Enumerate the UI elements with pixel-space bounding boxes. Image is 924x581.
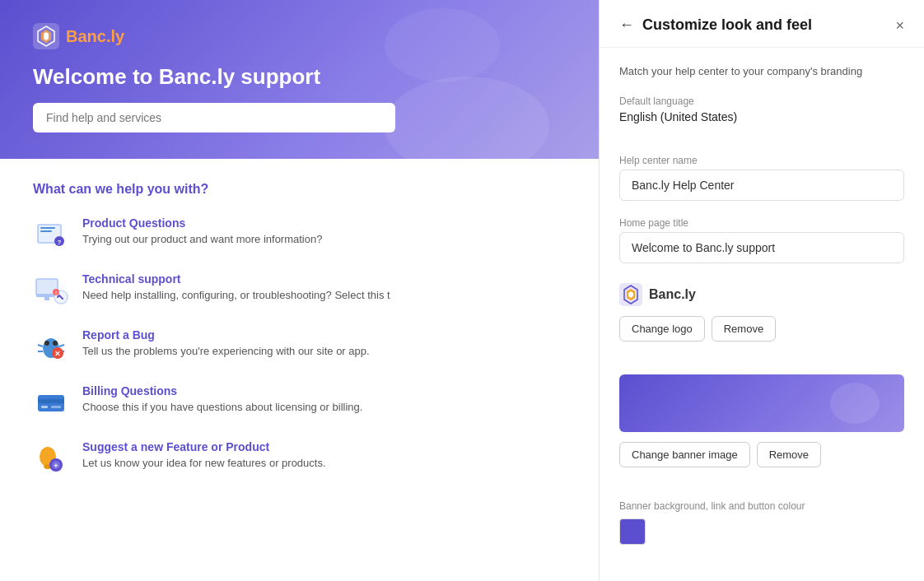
right-panel-title: Customize look and feel <box>642 16 812 34</box>
svg-line-19 <box>59 345 64 346</box>
billing-questions-content: Billing Questions Choose this if you hav… <box>82 384 362 415</box>
change-banner-button[interactable]: Change banner image <box>619 442 750 467</box>
colour-swatch[interactable] <box>619 518 646 545</box>
default-language-label: Default language <box>619 95 904 107</box>
svg-text:!: ! <box>55 290 57 295</box>
product-questions-desc: Trying out our product and want more inf… <box>82 232 322 247</box>
technical-support-icon: ! <box>33 272 69 309</box>
product-questions-title: Product Questions <box>82 216 322 230</box>
technical-support-title: Technical support <box>82 272 390 286</box>
subtitle-text: Match your help center to your company's… <box>619 64 904 79</box>
main-content: What can we help you with? ? Product Que… <box>0 159 599 500</box>
suggest-feature-icon: + <box>33 440 69 476</box>
report-bug-desc: Tell us the problems you're experiencing… <box>82 344 370 359</box>
right-panel-back-group: ← Customize look and feel <box>619 16 812 34</box>
change-logo-button[interactable]: Change logo <box>619 316 705 342</box>
left-panel: Banc.ly Welcome to Banc.ly support What … <box>0 0 599 581</box>
suggest-feature-desc: Let us know your idea for new features o… <box>82 456 326 471</box>
billing-questions-desc: Choose this if you have questions about … <box>82 400 362 415</box>
help-center-name-group: Help center name <box>619 155 904 201</box>
help-item-product-questions[interactable]: ? Product Questions Trying out our produ… <box>33 216 566 253</box>
help-center-name-label: Help center name <box>619 155 904 166</box>
svg-rect-26 <box>41 406 48 408</box>
help-items-list: ? Product Questions Trying out our produ… <box>33 216 566 476</box>
logo-preview-icon <box>619 283 642 306</box>
logo-group: Banc.ly Change logo Remove <box>619 280 904 358</box>
right-panel-header: ← Customize look and feel × <box>600 0 924 48</box>
logo-btn-group: Change logo Remove <box>619 316 904 342</box>
product-questions-icon: ? <box>33 216 69 253</box>
right-panel: ← Customize look and feel × Match your h… <box>599 0 924 581</box>
banner-group: Change banner image Remove <box>619 374 904 484</box>
billing-questions-icon <box>33 384 69 421</box>
logo-area: Banc.ly <box>33 23 566 49</box>
logo-text: Banc.ly <box>66 27 124 46</box>
svg-marker-3 <box>44 32 49 40</box>
suggest-feature-title: Suggest a new Feature or Product <box>82 440 326 453</box>
help-item-billing-questions[interactable]: Billing Questions Choose this if you hav… <box>33 384 566 421</box>
home-page-title-label: Home page title <box>619 217 904 229</box>
banner-colour-label: Banner background, link and button colou… <box>619 500 904 512</box>
logo-preview-area: Banc.ly <box>619 283 904 306</box>
remove-banner-button[interactable]: Remove <box>757 442 821 467</box>
banner-btn-group: Change banner image Remove <box>619 442 904 467</box>
section-title: What can we help you with? <box>33 182 566 197</box>
default-language-value: English (United States) <box>619 110 904 123</box>
svg-point-17 <box>53 341 58 346</box>
product-questions-content: Product Questions Trying out our product… <box>82 216 322 247</box>
banner-title: Welcome to Banc.ly support <box>33 64 566 90</box>
technical-support-content: Technical support Need help installing, … <box>82 272 390 303</box>
help-item-report-bug[interactable]: ✕ Report a Bug Tell us the problems you'… <box>33 328 566 365</box>
header-banner: Banc.ly Welcome to Banc.ly support <box>0 0 599 159</box>
search-input[interactable] <box>33 103 395 132</box>
svg-text:✕: ✕ <box>54 350 61 358</box>
home-page-title-input[interactable] <box>619 232 904 263</box>
help-item-technical-support[interactable]: ! Technical support Need help installing… <box>33 272 566 309</box>
suggest-feature-content: Suggest a new Feature or Product Let us … <box>82 440 326 471</box>
bancly-logo-icon <box>33 23 59 49</box>
svg-rect-5 <box>40 227 55 229</box>
svg-rect-11 <box>44 297 49 300</box>
right-panel-body: Match your help center to your company's… <box>600 48 924 578</box>
report-bug-title: Report a Bug <box>82 328 370 342</box>
logo-preview-text: Banc.ly <box>649 287 696 302</box>
colour-group: Banner background, link and button colou… <box>619 500 904 545</box>
svg-rect-25 <box>38 399 64 403</box>
svg-rect-27 <box>51 406 61 408</box>
report-bug-content: Report a Bug Tell us the problems you're… <box>82 328 370 359</box>
help-center-name-input[interactable] <box>619 170 904 201</box>
technical-support-desc: Need help installing, configuring, or tr… <box>82 288 390 303</box>
default-language-group: Default language English (United States) <box>619 95 904 138</box>
svg-rect-6 <box>40 230 52 232</box>
back-button[interactable]: ← <box>619 16 634 34</box>
svg-line-18 <box>38 345 43 346</box>
report-bug-icon: ✕ <box>33 328 69 365</box>
close-button[interactable]: × <box>895 18 904 33</box>
billing-questions-title: Billing Questions <box>82 384 362 397</box>
banner-preview <box>619 374 904 432</box>
svg-text:?: ? <box>58 239 62 246</box>
svg-text:+: + <box>54 462 58 470</box>
svg-point-16 <box>44 341 49 346</box>
home-page-title-group: Home page title <box>619 217 904 263</box>
help-item-suggest-feature[interactable]: + Suggest a new Feature or Product Let u… <box>33 440 566 476</box>
remove-logo-button[interactable]: Remove <box>712 316 776 342</box>
